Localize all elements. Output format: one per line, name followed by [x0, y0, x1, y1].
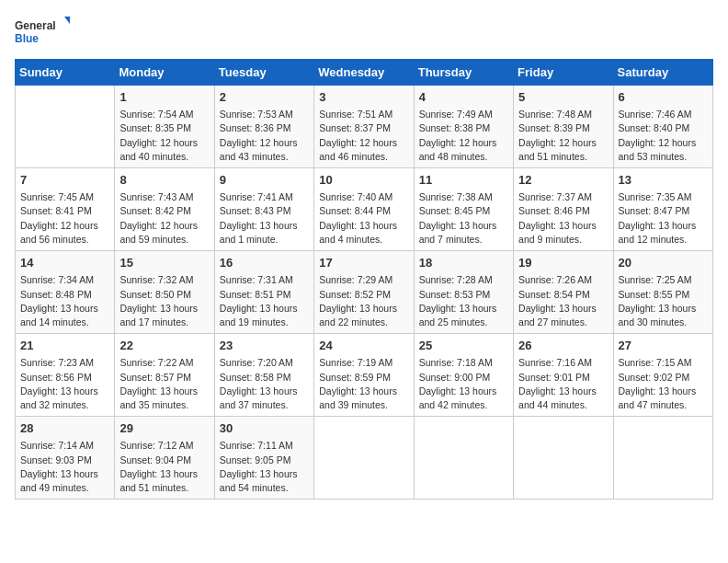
daylight-text: Daylight: 12 hours and 56 minutes.: [20, 220, 98, 245]
sunrise-text: Sunrise: 7:53 AM: [220, 109, 293, 120]
day-info: Sunrise: 7:37 AM Sunset: 8:46 PM Dayligh…: [518, 190, 608, 247]
day-info: Sunrise: 7:53 AM Sunset: 8:36 PM Dayligh…: [220, 108, 309, 164]
calendar-cell: 24 Sunrise: 7:19 AM Sunset: 8:59 PM Dayl…: [314, 334, 414, 417]
calendar-header-row: SundayMondayTuesdayWednesdayThursdayFrid…: [16, 60, 713, 86]
daylight-text: Daylight: 13 hours and 22 minutes.: [319, 303, 397, 327]
daylight-text: Daylight: 13 hours and 51 minutes.: [119, 468, 198, 493]
day-info: Sunrise: 7:32 AM Sunset: 8:50 PM Dayligh…: [119, 273, 209, 329]
calendar-cell: 10 Sunrise: 7:40 AM Sunset: 8:44 PM Dayl…: [314, 168, 414, 251]
sunset-text: Sunset: 8:55 PM: [619, 289, 690, 300]
daylight-text: Daylight: 13 hours and 4 minutes.: [319, 220, 397, 245]
daylight-text: Daylight: 13 hours and 9 minutes.: [518, 220, 597, 245]
calendar-cell: 5 Sunrise: 7:48 AM Sunset: 8:39 PM Dayli…: [514, 86, 613, 168]
sunset-text: Sunset: 8:44 PM: [319, 205, 391, 216]
daylight-text: Daylight: 13 hours and 1 minute.: [220, 220, 298, 245]
sunset-text: Sunset: 8:50 PM: [119, 289, 191, 300]
day-info: Sunrise: 7:49 AM Sunset: 8:38 PM Dayligh…: [419, 108, 508, 164]
calendar-cell: 15 Sunrise: 7:32 AM Sunset: 8:50 PM Dayl…: [115, 251, 214, 334]
sunset-text: Sunset: 8:53 PM: [419, 289, 491, 300]
day-info: Sunrise: 7:28 AM Sunset: 8:53 PM Dayligh…: [419, 273, 508, 329]
sunset-text: Sunset: 8:37 PM: [319, 122, 391, 133]
sunset-text: Sunset: 8:54 PM: [518, 289, 590, 300]
day-number: 8: [119, 172, 209, 189]
daylight-text: Daylight: 13 hours and 19 minutes.: [220, 303, 298, 327]
day-number: 25: [419, 338, 508, 354]
sunset-text: Sunset: 8:39 PM: [518, 122, 590, 133]
sunrise-text: Sunrise: 7:51 AM: [319, 109, 392, 120]
day-number: 10: [319, 172, 408, 189]
sunrise-text: Sunrise: 7:23 AM: [20, 357, 94, 368]
calendar-cell: 23 Sunrise: 7:20 AM Sunset: 8:58 PM Dayl…: [214, 334, 313, 417]
day-info: Sunrise: 7:38 AM Sunset: 8:45 PM Dayligh…: [419, 190, 508, 247]
day-header-tuesday: Tuesday: [214, 60, 313, 86]
day-info: Sunrise: 7:15 AM Sunset: 9:02 PM Dayligh…: [619, 356, 708, 412]
sunrise-text: Sunrise: 7:16 AM: [518, 357, 592, 368]
sunset-text: Sunset: 8:52 PM: [319, 289, 391, 300]
daylight-text: Daylight: 13 hours and 17 minutes.: [119, 303, 198, 327]
daylight-text: Daylight: 13 hours and 14 minutes.: [20, 303, 98, 327]
sunrise-text: Sunrise: 7:29 AM: [319, 274, 392, 285]
sunset-text: Sunset: 8:35 PM: [119, 122, 191, 133]
sunrise-text: Sunrise: 7:18 AM: [419, 357, 493, 368]
daylight-text: Daylight: 12 hours and 46 minutes.: [319, 137, 397, 162]
day-number: 6: [619, 89, 708, 106]
sunset-text: Sunset: 8:36 PM: [220, 122, 291, 133]
calendar-cell: 26 Sunrise: 7:16 AM Sunset: 9:01 PM Dayl…: [514, 334, 613, 417]
calendar-cell: 8 Sunrise: 7:43 AM Sunset: 8:42 PM Dayli…: [115, 168, 214, 251]
sunset-text: Sunset: 8:41 PM: [20, 205, 92, 216]
daylight-text: Daylight: 12 hours and 51 minutes.: [518, 137, 597, 162]
day-number: 20: [619, 255, 708, 271]
sunset-text: Sunset: 8:56 PM: [20, 372, 92, 383]
day-info: Sunrise: 7:25 AM Sunset: 8:55 PM Dayligh…: [619, 273, 708, 329]
sunset-text: Sunset: 8:46 PM: [518, 205, 590, 216]
day-header-friday: Friday: [514, 60, 613, 86]
daylight-text: Daylight: 13 hours and 44 minutes.: [518, 385, 597, 410]
day-info: Sunrise: 7:16 AM Sunset: 9:01 PM Dayligh…: [518, 356, 608, 412]
logo-svg: General Blue: [15, 15, 70, 52]
calendar-cell: [414, 417, 513, 500]
sunrise-text: Sunrise: 7:11 AM: [220, 440, 293, 451]
header: General Blue: [15, 15, 713, 52]
day-number: 21: [20, 338, 109, 354]
calendar-cell: 3 Sunrise: 7:51 AM Sunset: 8:37 PM Dayli…: [314, 86, 414, 168]
calendar-cell: 11 Sunrise: 7:38 AM Sunset: 8:45 PM Dayl…: [414, 168, 513, 251]
sunrise-text: Sunrise: 7:41 AM: [220, 191, 293, 202]
calendar-cell: 16 Sunrise: 7:31 AM Sunset: 8:51 PM Dayl…: [214, 251, 313, 334]
calendar-cell: 28 Sunrise: 7:14 AM Sunset: 9:03 PM Dayl…: [16, 417, 115, 500]
sunrise-text: Sunrise: 7:14 AM: [20, 440, 94, 451]
calendar-cell: 27 Sunrise: 7:15 AM Sunset: 9:02 PM Dayl…: [613, 334, 712, 417]
day-number: 11: [419, 172, 508, 189]
calendar-table: SundayMondayTuesdayWednesdayThursdayFrid…: [15, 59, 713, 500]
day-info: Sunrise: 7:43 AM Sunset: 8:42 PM Dayligh…: [119, 190, 209, 247]
calendar-cell: 14 Sunrise: 7:34 AM Sunset: 8:48 PM Dayl…: [16, 251, 115, 334]
calendar-cell: 25 Sunrise: 7:18 AM Sunset: 9:00 PM Dayl…: [414, 334, 513, 417]
calendar-week-row: 14 Sunrise: 7:34 AM Sunset: 8:48 PM Dayl…: [16, 251, 713, 334]
day-info: Sunrise: 7:23 AM Sunset: 8:56 PM Dayligh…: [20, 356, 109, 412]
day-info: Sunrise: 7:22 AM Sunset: 8:57 PM Dayligh…: [119, 356, 209, 412]
sunrise-text: Sunrise: 7:40 AM: [319, 191, 392, 202]
sunrise-text: Sunrise: 7:49 AM: [419, 109, 493, 120]
sunset-text: Sunset: 8:48 PM: [20, 289, 92, 300]
day-header-thursday: Thursday: [414, 60, 513, 86]
svg-text:Blue: Blue: [15, 32, 39, 45]
calendar-cell: 22 Sunrise: 7:22 AM Sunset: 8:57 PM Dayl…: [115, 334, 214, 417]
sunset-text: Sunset: 8:47 PM: [619, 205, 690, 216]
day-number: 19: [518, 255, 608, 271]
day-number: 29: [119, 420, 209, 437]
day-number: 22: [119, 338, 209, 354]
daylight-text: Daylight: 13 hours and 49 minutes.: [20, 468, 98, 493]
day-info: Sunrise: 7:12 AM Sunset: 9:04 PM Dayligh…: [119, 439, 209, 495]
daylight-text: Daylight: 13 hours and 27 minutes.: [518, 303, 597, 327]
day-number: 4: [419, 89, 508, 106]
daylight-text: Daylight: 12 hours and 40 minutes.: [119, 137, 198, 162]
calendar-week-row: 28 Sunrise: 7:14 AM Sunset: 9:03 PM Dayl…: [16, 417, 713, 500]
day-info: Sunrise: 7:48 AM Sunset: 8:39 PM Dayligh…: [518, 108, 608, 164]
daylight-text: Daylight: 13 hours and 12 minutes.: [619, 220, 697, 245]
daylight-text: Daylight: 13 hours and 54 minutes.: [220, 468, 298, 493]
sunrise-text: Sunrise: 7:22 AM: [119, 357, 193, 368]
day-number: 27: [619, 338, 708, 354]
daylight-text: Daylight: 12 hours and 59 minutes.: [119, 220, 198, 245]
daylight-text: Daylight: 12 hours and 43 minutes.: [220, 137, 298, 162]
day-info: Sunrise: 7:54 AM Sunset: 8:35 PM Dayligh…: [119, 108, 209, 164]
calendar-cell: 2 Sunrise: 7:53 AM Sunset: 8:36 PM Dayli…: [214, 86, 313, 168]
